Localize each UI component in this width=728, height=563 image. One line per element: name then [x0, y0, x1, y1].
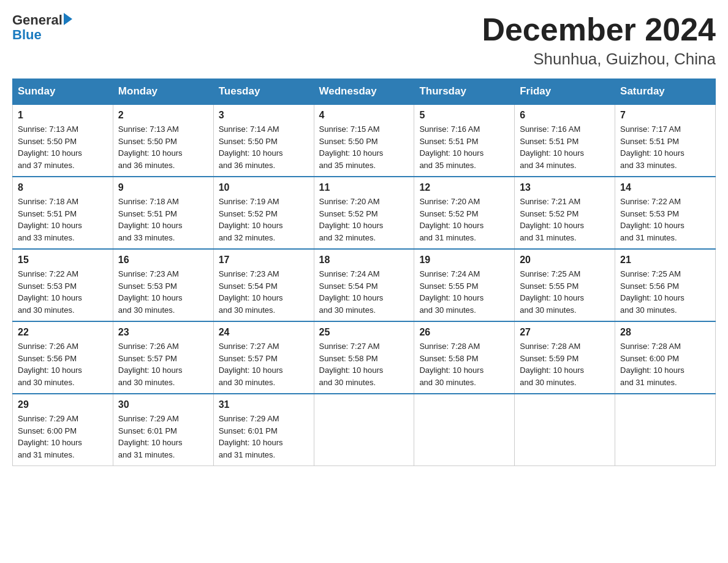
calendar-cell: 10 Sunrise: 7:19 AMSunset: 5:52 PMDaylig…	[213, 177, 314, 249]
day-number: 11	[319, 182, 409, 193]
calendar-cell: 29 Sunrise: 7:29 AMSunset: 6:00 PMDaylig…	[13, 394, 113, 466]
week-row-5: 29 Sunrise: 7:29 AMSunset: 6:00 PMDaylig…	[13, 394, 716, 466]
calendar-cell: 11 Sunrise: 7:20 AMSunset: 5:52 PMDaylig…	[314, 177, 414, 249]
header-day-saturday: Saturday	[615, 79, 716, 105]
title-block: December 2024 Shunhua, Guizhou, China	[482, 12, 716, 69]
day-info: Sunrise: 7:14 AMSunset: 5:50 PMDaylight:…	[219, 123, 309, 171]
header-day-tuesday: Tuesday	[213, 79, 314, 105]
day-info: Sunrise: 7:24 AMSunset: 5:54 PMDaylight:…	[319, 268, 409, 316]
day-info: Sunrise: 7:16 AMSunset: 5:51 PMDaylight:…	[419, 123, 509, 171]
day-number: 23	[118, 327, 208, 338]
calendar-cell: 31 Sunrise: 7:29 AMSunset: 6:01 PMDaylig…	[213, 394, 314, 466]
calendar-cell	[414, 394, 515, 466]
calendar-cell: 30 Sunrise: 7:29 AMSunset: 6:01 PMDaylig…	[113, 394, 213, 466]
week-row-2: 8 Sunrise: 7:18 AMSunset: 5:51 PMDayligh…	[13, 177, 716, 249]
calendar-cell: 6 Sunrise: 7:16 AMSunset: 5:51 PMDayligh…	[515, 104, 615, 177]
day-number: 9	[118, 182, 208, 193]
month-year-title: December 2024	[482, 12, 716, 47]
calendar-cell: 22 Sunrise: 7:26 AMSunset: 5:56 PMDaylig…	[13, 321, 113, 394]
logo-arrow-icon	[64, 13, 72, 25]
day-number: 2	[118, 110, 208, 121]
day-number: 18	[319, 255, 409, 266]
day-info: Sunrise: 7:23 AMSunset: 5:54 PMDaylight:…	[219, 268, 309, 316]
day-info: Sunrise: 7:28 AMSunset: 6:00 PMDaylight:…	[620, 340, 710, 388]
day-info: Sunrise: 7:28 AMSunset: 5:59 PMDaylight:…	[520, 340, 610, 388]
day-number: 21	[620, 255, 710, 266]
day-info: Sunrise: 7:24 AMSunset: 5:55 PMDaylight:…	[419, 268, 509, 316]
calendar-cell: 13 Sunrise: 7:21 AMSunset: 5:52 PMDaylig…	[515, 177, 615, 249]
day-info: Sunrise: 7:17 AMSunset: 5:51 PMDaylight:…	[620, 123, 710, 171]
header-day-friday: Friday	[515, 79, 615, 105]
day-number: 1	[18, 110, 108, 121]
calendar-cell: 12 Sunrise: 7:20 AMSunset: 5:52 PMDaylig…	[414, 177, 515, 249]
calendar-cell: 14 Sunrise: 7:22 AMSunset: 5:53 PMDaylig…	[615, 177, 716, 249]
day-number: 17	[219, 255, 309, 266]
day-number: 30	[118, 399, 208, 410]
day-number: 19	[419, 255, 509, 266]
day-info: Sunrise: 7:28 AMSunset: 5:58 PMDaylight:…	[419, 340, 509, 388]
day-info: Sunrise: 7:23 AMSunset: 5:53 PMDaylight:…	[118, 268, 208, 316]
day-number: 7	[620, 110, 710, 121]
calendar-cell: 21 Sunrise: 7:25 AMSunset: 5:56 PMDaylig…	[615, 249, 716, 321]
header-row: SundayMondayTuesdayWednesdayThursdayFrid…	[13, 79, 716, 105]
header-day-monday: Monday	[113, 79, 213, 105]
day-number: 10	[219, 182, 309, 193]
day-info: Sunrise: 7:19 AMSunset: 5:52 PMDaylight:…	[219, 196, 309, 243]
calendar-cell: 24 Sunrise: 7:27 AMSunset: 5:57 PMDaylig…	[213, 321, 314, 394]
day-number: 25	[319, 327, 409, 338]
calendar-cell: 4 Sunrise: 7:15 AMSunset: 5:50 PMDayligh…	[314, 104, 414, 177]
calendar-cell: 28 Sunrise: 7:28 AMSunset: 6:00 PMDaylig…	[615, 321, 716, 394]
header-day-wednesday: Wednesday	[314, 79, 414, 105]
day-number: 22	[18, 327, 108, 338]
day-number: 28	[620, 327, 710, 338]
day-number: 16	[118, 255, 208, 266]
day-number: 27	[520, 327, 610, 338]
day-info: Sunrise: 7:22 AMSunset: 5:53 PMDaylight:…	[620, 196, 710, 243]
calendar-header: SundayMondayTuesdayWednesdayThursdayFrid…	[13, 79, 716, 105]
day-info: Sunrise: 7:18 AMSunset: 5:51 PMDaylight:…	[118, 196, 208, 243]
logo-general: General	[12, 12, 63, 28]
day-info: Sunrise: 7:25 AMSunset: 5:56 PMDaylight:…	[620, 268, 710, 316]
day-info: Sunrise: 7:26 AMSunset: 5:57 PMDaylight:…	[118, 340, 208, 388]
day-info: Sunrise: 7:29 AMSunset: 6:00 PMDaylight:…	[18, 413, 108, 461]
calendar-cell: 5 Sunrise: 7:16 AMSunset: 5:51 PMDayligh…	[414, 104, 515, 177]
day-info: Sunrise: 7:15 AMSunset: 5:50 PMDaylight:…	[319, 123, 409, 171]
header-day-sunday: Sunday	[13, 79, 113, 105]
calendar-cell: 25 Sunrise: 7:27 AMSunset: 5:58 PMDaylig…	[314, 321, 414, 394]
calendar-cell	[314, 394, 414, 466]
day-info: Sunrise: 7:22 AMSunset: 5:53 PMDaylight:…	[18, 268, 108, 316]
week-row-4: 22 Sunrise: 7:26 AMSunset: 5:56 PMDaylig…	[13, 321, 716, 394]
day-info: Sunrise: 7:21 AMSunset: 5:52 PMDaylight:…	[520, 196, 610, 243]
day-info: Sunrise: 7:27 AMSunset: 5:58 PMDaylight:…	[319, 340, 409, 388]
day-number: 8	[18, 182, 108, 193]
day-number: 15	[18, 255, 108, 266]
calendar-table: SundayMondayTuesdayWednesdayThursdayFrid…	[12, 79, 716, 466]
calendar-cell: 15 Sunrise: 7:22 AMSunset: 5:53 PMDaylig…	[13, 249, 113, 321]
calendar-cell: 2 Sunrise: 7:13 AMSunset: 5:50 PMDayligh…	[113, 104, 213, 177]
day-info: Sunrise: 7:29 AMSunset: 6:01 PMDaylight:…	[219, 413, 309, 461]
week-row-3: 15 Sunrise: 7:22 AMSunset: 5:53 PMDaylig…	[13, 249, 716, 321]
day-info: Sunrise: 7:20 AMSunset: 5:52 PMDaylight:…	[419, 196, 509, 243]
day-number: 13	[520, 182, 610, 193]
day-number: 26	[419, 327, 509, 338]
calendar-cell: 18 Sunrise: 7:24 AMSunset: 5:54 PMDaylig…	[314, 249, 414, 321]
day-info: Sunrise: 7:20 AMSunset: 5:52 PMDaylight:…	[319, 196, 409, 243]
calendar-cell: 7 Sunrise: 7:17 AMSunset: 5:51 PMDayligh…	[615, 104, 716, 177]
day-number: 5	[419, 110, 509, 121]
day-number: 12	[419, 182, 509, 193]
day-info: Sunrise: 7:13 AMSunset: 5:50 PMDaylight:…	[18, 123, 108, 171]
location-subtitle: Shunhua, Guizhou, China	[482, 50, 716, 69]
calendar-cell: 23 Sunrise: 7:26 AMSunset: 5:57 PMDaylig…	[113, 321, 213, 394]
calendar-cell: 3 Sunrise: 7:14 AMSunset: 5:50 PMDayligh…	[213, 104, 314, 177]
calendar-cell	[515, 394, 615, 466]
day-number: 4	[319, 110, 409, 121]
calendar-cell: 26 Sunrise: 7:28 AMSunset: 5:58 PMDaylig…	[414, 321, 515, 394]
logo: General Blue	[12, 12, 72, 43]
day-info: Sunrise: 7:16 AMSunset: 5:51 PMDaylight:…	[520, 123, 610, 171]
day-number: 3	[219, 110, 309, 121]
header-day-thursday: Thursday	[414, 79, 515, 105]
day-info: Sunrise: 7:26 AMSunset: 5:56 PMDaylight:…	[18, 340, 108, 388]
calendar-cell: 9 Sunrise: 7:18 AMSunset: 5:51 PMDayligh…	[113, 177, 213, 249]
day-number: 6	[520, 110, 610, 121]
page-header: General Blue December 2024 Shunhua, Guiz…	[12, 12, 716, 69]
